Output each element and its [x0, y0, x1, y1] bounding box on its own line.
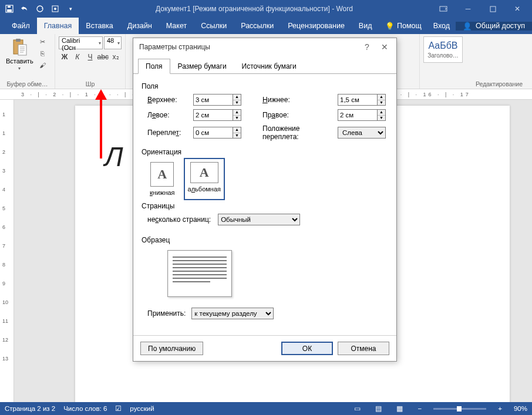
left-margin-input[interactable]: ▲▼ [193, 109, 241, 121]
zoom-in-icon[interactable]: + [498, 405, 502, 412]
redo-icon[interactable] [33, 2, 47, 16]
zoom-level[interactable]: 90% [514, 405, 527, 412]
strike-button[interactable]: abc [97, 51, 109, 63]
statusbar: Страница 2 из 2 Число слов: 6 ☑ русский … [0, 402, 532, 415]
tab-mailings[interactable]: Рассылки [234, 18, 281, 34]
bulb-icon: 💡 [385, 22, 395, 31]
svg-point-5 [54, 8, 56, 10]
section-margins: Поля [142, 82, 388, 90]
tab-home[interactable]: Главная [37, 18, 79, 34]
section-pages: Страницы [142, 202, 388, 210]
ruler-vertical[interactable]: 11 23 45 67 89 1011 1213 [0, 100, 14, 402]
tell-me[interactable]: 💡Помощ [379, 22, 427, 31]
svg-rect-2 [8, 6, 11, 8]
dialog-footer: По умолчанию ОК Отмена [133, 335, 396, 361]
tab-file[interactable]: Файл [5, 18, 37, 34]
top-margin-label: Верхнее: [147, 96, 188, 104]
signin-link[interactable]: Вход [427, 22, 456, 30]
tab-paper-size[interactable]: Размер бумаги [170, 59, 234, 74]
tab-layout[interactable]: Макет [159, 18, 194, 34]
read-mode-icon[interactable]: ▭ [351, 403, 364, 414]
close-icon[interactable]: ✕ [379, 42, 390, 52]
format-painter-icon[interactable]: 🖌 [37, 60, 49, 70]
dialog-tabs: Поля Размер бумаги Источник бумаги [133, 58, 396, 74]
person-icon: 👤 [463, 22, 472, 31]
font-name-combo[interactable]: Calibri (Осн▾ [59, 36, 103, 49]
share-button[interactable]: 👤Общий доступ [456, 22, 532, 31]
subscript-button[interactable]: x₂ [110, 51, 122, 63]
tab-insert[interactable]: Вставка [79, 18, 120, 34]
style-gallery-item[interactable]: АаБбВ Заголово… [423, 36, 463, 63]
landscape-icon: A [190, 162, 218, 183]
tab-margins[interactable]: Поля [138, 59, 170, 74]
preview-thumbnail [167, 250, 232, 297]
bottom-margin-input[interactable]: ▲▼ [338, 94, 386, 106]
dialog-titlebar: Параметры страницы ? ✕ [133, 38, 396, 56]
chevron-down-icon: ▾ [99, 41, 101, 46]
window-title: Документ1 [Режим ограниченной функционал… [78, 5, 431, 13]
tab-view[interactable]: Вид [352, 18, 379, 34]
copy-icon[interactable]: ⎘ [37, 48, 49, 59]
clipboard-group-label: Буфер обме… [4, 79, 51, 87]
apply-to-select[interactable]: к текущему разделу [191, 308, 274, 319]
tab-review[interactable]: Рецензирование [281, 18, 352, 34]
right-margin-input[interactable]: ▲▼ [338, 109, 386, 121]
svg-rect-1 [7, 9, 12, 12]
zoom-out-icon[interactable]: − [418, 405, 422, 412]
underline-button[interactable]: Ч [85, 51, 96, 63]
gutter-input[interactable]: ▲▼ [193, 127, 241, 139]
bold-button[interactable]: Ж [59, 51, 70, 63]
qat-dropdown-icon[interactable]: ▾ [63, 2, 78, 16]
window-controls: ─ ✕ [431, 0, 530, 18]
save-icon[interactable] [2, 2, 16, 16]
help-icon[interactable]: ? [361, 42, 373, 52]
ok-button[interactable]: ОК [281, 342, 333, 355]
touch-mode-icon[interactable] [48, 2, 62, 16]
print-layout-icon[interactable]: ▤ [372, 403, 385, 414]
proofing-icon[interactable]: ☑ [115, 404, 122, 413]
orientation-landscape[interactable]: A альбомная [186, 160, 223, 198]
zoom-slider[interactable] [433, 408, 486, 410]
quick-access-toolbar: ▾ [2, 2, 78, 16]
svg-rect-9 [16, 39, 21, 42]
tab-references[interactable]: Ссылки [194, 18, 234, 34]
left-margin-label: Левое: [147, 111, 188, 119]
section-preview: Образец [142, 236, 388, 244]
close-icon[interactable]: ✕ [505, 0, 530, 18]
page-setup-dialog: Параметры страницы ? ✕ Поля Размер бумаг… [133, 38, 397, 362]
gutter-pos-label: Положение переплета: [262, 124, 333, 141]
font-group-label: Шр [59, 79, 122, 87]
titlebar: ▾ Документ1 [Режим ограниченной функцион… [0, 0, 532, 18]
right-margin-label: Правое: [262, 111, 333, 119]
multiple-pages-label: несколько страниц: [147, 215, 211, 224]
italic-button[interactable]: К [72, 51, 83, 63]
section-orientation: Ориентация [142, 148, 388, 156]
cut-icon[interactable]: ✂ [37, 36, 49, 47]
top-margin-input[interactable]: ▲▼ [193, 94, 241, 106]
maximize-icon[interactable] [480, 0, 505, 18]
svg-rect-7 [490, 6, 496, 12]
paste-button[interactable]: Вставить ▾ [4, 36, 36, 72]
web-layout-icon[interactable]: ▦ [393, 403, 406, 414]
ribbon-tabs: Файл Главная Вставка Дизайн Макет Ссылки… [0, 18, 532, 34]
minimize-icon[interactable]: ─ [456, 0, 480, 18]
default-button[interactable]: По умолчанию [140, 342, 203, 355]
font-size-combo[interactable]: 48▾ [104, 36, 122, 49]
cancel-button[interactable]: Отмена [338, 342, 389, 355]
chevron-down-icon: ▾ [18, 66, 21, 71]
language-indicator[interactable]: русский [130, 405, 154, 412]
gutter-pos-select[interactable]: Слева [338, 127, 386, 139]
editing-group-label: Редактирование [470, 79, 528, 87]
ribbon-options-icon[interactable] [431, 0, 456, 18]
svg-rect-10 [18, 45, 26, 55]
multiple-pages-select[interactable]: Обычный [218, 214, 300, 225]
page-indicator[interactable]: Страница 2 из 2 [5, 405, 55, 412]
word-count[interactable]: Число слов: 6 [63, 405, 107, 412]
clipboard-icon [10, 38, 29, 56]
portrait-icon: A [150, 162, 174, 187]
tab-paper-source[interactable]: Источник бумаги [234, 59, 304, 74]
undo-icon[interactable] [18, 2, 32, 16]
tab-design[interactable]: Дизайн [120, 18, 159, 34]
orientation-portrait[interactable]: A книжная [147, 160, 177, 198]
dialog-title: Параметры страницы [139, 43, 210, 51]
